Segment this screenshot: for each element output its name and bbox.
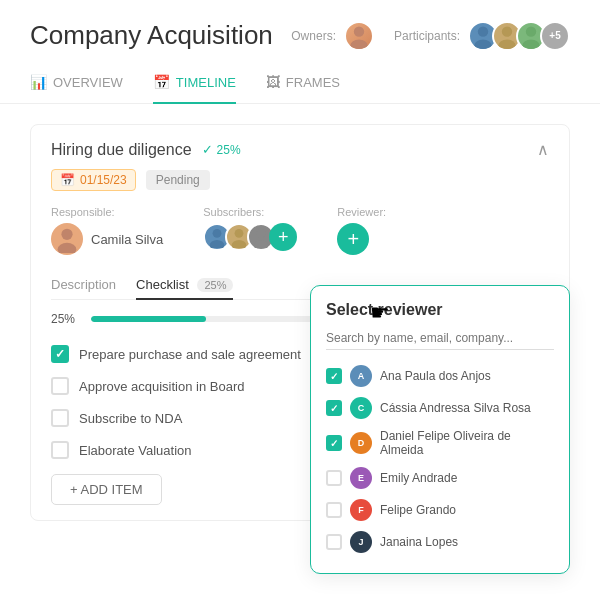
tab-frames-label: FRAMES [286, 75, 340, 90]
project-title: Company Acquisition [30, 20, 273, 51]
header: Company Acquisition Owners: Participants… [0, 0, 600, 61]
check-icon: ✓ [202, 142, 213, 157]
svg-point-0 [354, 26, 364, 36]
participants-label: Participants: [394, 29, 460, 43]
section-title-row: Hiring due diligence ✓ 25% [51, 141, 241, 159]
subscribers-label: Subscribers: [203, 206, 297, 218]
svg-point-12 [235, 229, 244, 238]
people-row: Responsible: Camila Silva Subscribers: [51, 206, 549, 255]
svg-point-14 [257, 229, 266, 238]
owners-label: Owners: [291, 29, 336, 43]
svg-point-6 [526, 26, 536, 36]
checklist-item-4-text: Elaborate Valuation [79, 443, 192, 458]
reviewer-check-2: ✓ [330, 403, 338, 414]
reviewer-name-1: Ana Paula dos Anjos [380, 369, 491, 383]
progress-label: 25% [51, 312, 81, 326]
checklist-tab-label: Checklist [136, 277, 189, 292]
checkbox-2[interactable] [51, 377, 69, 395]
reviewer-name-3: Daniel Felipe Oliveira de Almeida [380, 429, 554, 457]
page: Company Acquisition Owners: Participants… [0, 0, 600, 600]
checklist-badge: 25% [197, 278, 233, 292]
tab-timeline[interactable]: 📅 TIMELINE [153, 62, 236, 104]
section-header: Hiring due diligence ✓ 25% ∧ [51, 140, 549, 159]
add-item-button[interactable]: + ADD ITEM [51, 474, 162, 505]
checklist-item-3-text: Subscribe to NDA [79, 411, 182, 426]
svg-point-8 [61, 229, 72, 240]
header-right: Owners: Participants: [291, 21, 570, 51]
section-title: Hiring due diligence [51, 141, 192, 159]
reviewer-item-3: ✓ D Daniel Felipe Oliveira de Almeida [326, 424, 554, 462]
reviewer-item-1: ✓ A Ana Paula dos Anjos [326, 360, 554, 392]
responsible-person: Camila Silva [51, 223, 163, 255]
reviewer-checkbox-3[interactable]: ✓ [326, 435, 342, 451]
participant-avatar-more: +5 [540, 21, 570, 51]
svg-point-5 [498, 39, 515, 49]
reviewer-checkbox-4[interactable] [326, 470, 342, 486]
checklist-item-1-text: Prepare purchase and sale agreement [79, 347, 301, 362]
timeline-icon: 📅 [153, 74, 170, 90]
inner-tab-description[interactable]: Description [51, 271, 116, 300]
reviewer-check-3: ✓ [330, 438, 338, 449]
tab-overview-label: OVERVIEW [53, 75, 123, 90]
reviewer-avatar-3: D [350, 432, 372, 454]
tab-frames[interactable]: 🖼 FRAMES [266, 62, 340, 104]
reviewer-label: Reviewer: [337, 206, 386, 218]
calendar-icon: 📅 [60, 173, 75, 187]
svg-point-7 [522, 39, 539, 49]
svg-point-1 [350, 39, 367, 49]
reviewer-avatar-6: J [350, 531, 372, 553]
collapse-icon[interactable]: ∧ [537, 140, 549, 159]
svg-point-10 [213, 229, 222, 238]
popover-search-input[interactable] [326, 327, 554, 350]
add-subscriber-button[interactable]: + [269, 223, 297, 251]
reviewer-item-4: E Emily Andrade [326, 462, 554, 494]
tab-overview[interactable]: 📊 OVERVIEW [30, 62, 123, 104]
frames-icon: 🖼 [266, 74, 280, 90]
date-value: 01/15/23 [80, 173, 127, 187]
overview-icon: 📊 [30, 74, 47, 90]
description-tab-label: Description [51, 277, 116, 292]
reviewer-name-6: Janaina Lopes [380, 535, 458, 549]
svg-point-11 [210, 240, 225, 248]
reviewer-avatar-1: A [350, 365, 372, 387]
reviewer-name-5: Felipe Grando [380, 503, 456, 517]
date-badge: 📅 01/15/23 [51, 169, 136, 191]
reviewer-check-1: ✓ [330, 371, 338, 382]
reviewer-item-2: ✓ C Cássia Andressa Silva Rosa [326, 392, 554, 424]
progress-badge: ✓ 25% [202, 142, 241, 157]
reviewer-name-4: Emily Andrade [380, 471, 457, 485]
reviewer-item-5: F Felipe Grando [326, 494, 554, 526]
owners-section: Owners: [291, 21, 374, 51]
reviewer-checkbox-1[interactable]: ✓ [326, 368, 342, 384]
add-reviewer-button[interactable]: + [337, 223, 369, 255]
reviewer-avatar-2: C [350, 397, 372, 419]
reviewer-avatar-4: E [350, 467, 372, 489]
checkbox-3[interactable] [51, 409, 69, 427]
reviewer-section: Reviewer: + [337, 206, 386, 255]
add-item-label: + ADD ITEM [70, 482, 143, 497]
reviewer-checkbox-2[interactable]: ✓ [326, 400, 342, 416]
checkmark-1: ✓ [55, 347, 65, 361]
checkbox-4[interactable] [51, 441, 69, 459]
responsible-section: Responsible: Camila Silva [51, 206, 163, 255]
reviewer-checkbox-6[interactable] [326, 534, 342, 550]
reviewer-checkbox-5[interactable] [326, 502, 342, 518]
progress-bar-fill [91, 316, 206, 322]
inner-tab-checklist[interactable]: Checklist 25% [136, 271, 233, 300]
reviewer-list: ✓ A Ana Paula dos Anjos ✓ C Cássia Andre… [326, 360, 554, 558]
progress-pct: 25% [217, 143, 241, 157]
reviewer-name-2: Cássia Andressa Silva Rosa [380, 401, 531, 415]
participants-avatars: +5 [468, 21, 570, 51]
main-tabs: 📊 OVERVIEW 📅 TIMELINE 🖼 FRAMES [0, 61, 600, 104]
responsible-avatar [51, 223, 83, 255]
owners-avatars [344, 21, 374, 51]
checkbox-1[interactable]: ✓ [51, 345, 69, 363]
reviewer-item-6: J Janaina Lopes [326, 526, 554, 558]
popover-title: Select reviewer [326, 301, 554, 319]
tab-timeline-label: TIMELINE [176, 75, 236, 90]
reviewer-popover: Select reviewer ✓ A Ana Paula dos Anjos … [310, 285, 570, 574]
owner-avatar-1 [344, 21, 374, 51]
svg-point-15 [254, 240, 269, 248]
svg-point-13 [232, 240, 247, 248]
subscribers-avatars: + [203, 223, 297, 251]
